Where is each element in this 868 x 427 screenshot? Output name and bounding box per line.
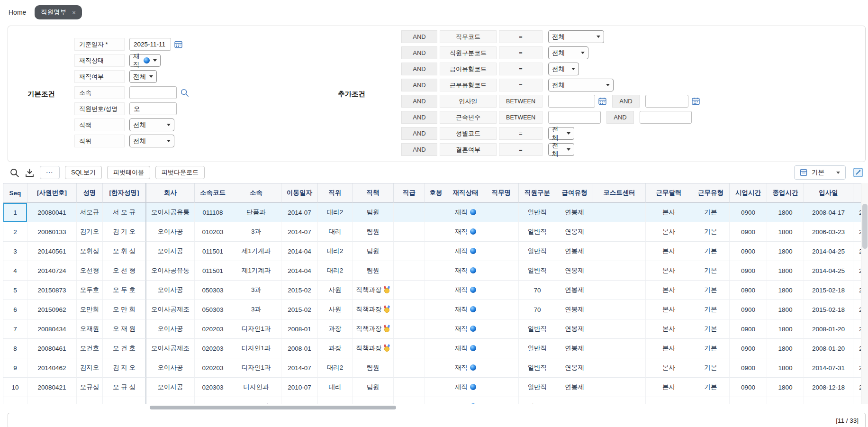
cell-clipped[interactable]: 20 — [853, 222, 861, 242]
cell-work_type[interactable]: 기본 — [692, 378, 730, 397]
cell-position[interactable]: 대리2 — [318, 358, 353, 378]
vertical-scrollbar[interactable] — [861, 183, 868, 404]
cell-clipped[interactable]: 20 — [853, 319, 861, 339]
cell-start_time[interactable]: 0900 — [730, 261, 767, 281]
cell-name[interactable]: 오건호 — [77, 339, 103, 358]
cell-work_calendar[interactable]: 본사 — [646, 397, 692, 404]
marriage-yn-select[interactable]: 전체 — [548, 143, 574, 156]
cell-company[interactable]: 오이사공 — [146, 281, 195, 300]
cell-end_time[interactable]: 1800 — [767, 339, 804, 358]
service-years-from-input[interactable] — [548, 111, 601, 124]
cell-emp_type[interactable]: 일반직 — [519, 358, 556, 378]
cell-hire_date[interactable]: 2015-02-18 — [804, 300, 853, 319]
grid-row[interactable]: 220060133김기오김 기 오오이사공0102033과2014-07대리팀원… — [3, 222, 861, 242]
cell-step[interactable] — [425, 242, 447, 261]
cell-dept_code[interactable]: 020303 — [195, 397, 231, 404]
cell-duty[interactable]: 직책과장 — [353, 281, 394, 300]
cell-duty[interactable]: 팀원 — [353, 222, 394, 242]
cell-emp_no[interactable]: 20060133 — [27, 222, 77, 242]
cell-work_type[interactable]: 기본 — [692, 358, 730, 378]
cell-position[interactable]: 대리2 — [318, 261, 353, 281]
operator-cell[interactable]: = — [499, 46, 542, 59]
cell-clipped[interactable]: 20 — [853, 378, 861, 397]
cell-end_time[interactable]: 1800 — [767, 397, 804, 404]
column-header-cost_center[interactable]: 코스트센터 — [593, 183, 646, 203]
column-header-start_time[interactable]: 시업시간 — [730, 183, 767, 203]
cell-duty[interactable]: 팀원 — [353, 397, 394, 404]
gender-code-select[interactable]: 전체 — [548, 127, 574, 140]
cell-dept_code[interactable]: 020303 — [195, 378, 231, 397]
cell-dept[interactable]: 디자인1과 — [231, 339, 281, 358]
cell-grade[interactable] — [394, 300, 425, 319]
cell-job_name[interactable] — [484, 397, 519, 404]
cell-step[interactable] — [425, 203, 447, 222]
cell-emp_type[interactable]: 일반직 — [519, 261, 556, 281]
cell-work_type[interactable]: 기본 — [692, 261, 730, 281]
cell-grade[interactable] — [394, 397, 425, 404]
cell-grade[interactable] — [394, 358, 425, 378]
column-header-move_date[interactable]: 이동일자 — [281, 183, 318, 203]
operator-cell[interactable]: = — [499, 127, 542, 140]
cell-emp_no[interactable]: 20080434 — [27, 319, 77, 339]
cell-dept[interactable]: 3과 — [231, 300, 281, 319]
cell-pay_type[interactable]: 연봉제 — [556, 339, 593, 358]
cell-name[interactable]: 오휘성 — [77, 242, 103, 261]
emp-type-code-select[interactable]: 전체 — [548, 46, 588, 59]
cell-work_type[interactable]: 기본 — [692, 281, 730, 300]
cell-grade[interactable] — [394, 203, 425, 222]
cell-step[interactable] — [425, 300, 447, 319]
cell-clipped[interactable]: 20 — [853, 358, 861, 378]
calendar-icon[interactable] — [174, 40, 182, 48]
cell-dept_code[interactable]: 011108 — [195, 203, 231, 222]
cell-status[interactable]: 재직 — [447, 222, 484, 242]
cell-hanja_name[interactable]: 오 만 희 — [103, 300, 146, 319]
cell-seq[interactable]: 2 — [3, 222, 27, 242]
cell-hire_date[interactable]: 2006-03-23 — [804, 222, 853, 242]
operator-cell[interactable]: = — [499, 30, 542, 43]
cell-duty[interactable]: 직책과장 — [353, 300, 394, 319]
column-header-hire_date[interactable]: 입사일 — [804, 183, 853, 203]
grid-row[interactable]: 920140462김지오김 지 오오이사공020203디자인1과2014-07대… — [3, 358, 861, 378]
cell-hire_date[interactable]: 2008-01-20 — [804, 319, 853, 339]
column-header-work_calendar[interactable]: 근무달력 — [646, 183, 692, 203]
cell-end_time[interactable]: 1800 — [767, 300, 804, 319]
grid-row[interactable]: 720080434오재원오 재 원오이사공020203디자인1과2008-01과… — [3, 319, 861, 339]
service-years-to-input[interactable] — [640, 111, 692, 124]
cell-end_time[interactable]: 1800 — [767, 281, 804, 300]
cell-emp_no[interactable]: 20080472 — [27, 397, 77, 404]
cell-work_calendar[interactable]: 본사 — [646, 319, 692, 339]
cell-dept[interactable]: 디자인과 — [231, 397, 281, 404]
cell-company[interactable]: 오이사공제조 — [146, 397, 195, 404]
employment-status-select[interactable]: 재직 — [129, 54, 161, 67]
cell-pay_type[interactable]: 연봉제 — [556, 378, 593, 397]
horizontal-scrollbar-thumb[interactable] — [150, 406, 396, 409]
cell-hanja_name[interactable]: 김 지 오 — [103, 358, 146, 378]
cell-grade[interactable] — [394, 319, 425, 339]
cell-step[interactable] — [425, 281, 447, 300]
cell-pay_type[interactable]: 연봉제 — [556, 397, 593, 404]
grid-row[interactable]: 820080461오건호오 건 호오이사공제조020203디자인1과2008-0… — [3, 339, 861, 358]
hire-date-from-input[interactable] — [548, 95, 595, 108]
grid-row[interactable]: 1020080421오규성오 규 성오이사공020303디자인과2010-07대… — [3, 378, 861, 397]
cell-position[interactable]: 대리2 — [318, 203, 353, 222]
cell-position[interactable]: 대리 — [318, 222, 353, 242]
cell-emp_no[interactable]: 20080041 — [27, 203, 77, 222]
cell-position[interactable]: 대리2 — [318, 242, 353, 261]
cell-emp_type[interactable]: 일반직 — [519, 397, 556, 404]
cell-step[interactable] — [425, 397, 447, 404]
cell-move_date[interactable]: 2014-04 — [281, 261, 318, 281]
cell-hanja_name[interactable]: 오 휘 성 — [103, 242, 146, 261]
cell-job_name[interactable] — [484, 358, 519, 378]
close-icon[interactable]: × — [72, 9, 76, 16]
cell-seq[interactable]: 8 — [3, 339, 27, 358]
more-options-button[interactable]: ⋯ — [40, 166, 60, 179]
cell-end_time[interactable]: 1800 — [767, 222, 804, 242]
operator-cell[interactable]: = — [499, 79, 542, 91]
cell-hire_date[interactable]: 2008-12-18 — [804, 397, 853, 404]
column-header-grade[interactable]: 직급 — [394, 183, 425, 203]
cell-pay_type[interactable]: 연봉제 — [556, 319, 593, 339]
cell-dept_code[interactable]: 010203 — [195, 222, 231, 242]
conjunction-cell[interactable]: AND — [401, 79, 437, 91]
cell-emp_no[interactable]: 20150873 — [27, 281, 77, 300]
cell-start_time[interactable]: 0900 — [730, 242, 767, 261]
